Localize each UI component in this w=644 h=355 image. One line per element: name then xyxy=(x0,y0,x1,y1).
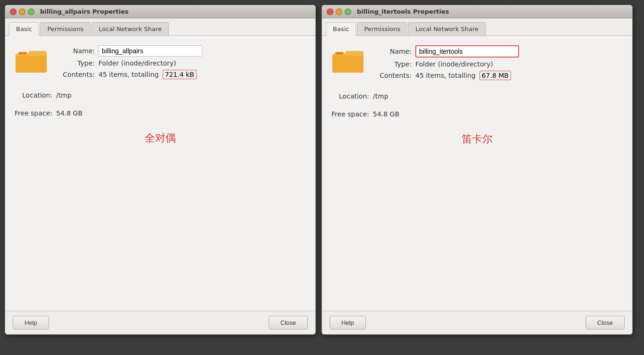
footer-1: Help Close xyxy=(5,311,315,334)
location-section-1: Location: /tmp Free space: 54.8 GB xyxy=(15,91,306,117)
tab-share-1[interactable]: Local Network Share xyxy=(91,22,169,35)
name-row-1: Name: xyxy=(57,45,306,57)
window-title-2: billing_itertools Properties xyxy=(357,8,449,15)
contents-prefix-2: 45 items, totalling xyxy=(415,72,476,79)
chinese-annotation-1: 全对偶 xyxy=(15,131,306,145)
svg-rect-4 xyxy=(332,56,363,73)
name-label-2: Name: xyxy=(374,48,412,55)
footer-2: Help Close xyxy=(322,311,632,334)
content-2: Name: Type: Folder (inode/directory) Con… xyxy=(322,36,632,311)
tabs-bar-2: Basic Permissions Local Network Share xyxy=(322,18,632,36)
svg-rect-5 xyxy=(335,52,344,55)
info-table-2: Name: Type: Folder (inode/directory) Con… xyxy=(374,45,623,83)
freespace-label-2: Free space: xyxy=(331,110,369,118)
type-value-1: Folder (inode/directory) xyxy=(99,59,176,67)
type-label-2: Type: xyxy=(374,60,412,68)
folder-icon-2 xyxy=(331,45,364,74)
window-buttons-2 xyxy=(327,8,351,15)
file-info-row-2: Name: Type: Folder (inode/directory) Con… xyxy=(331,45,623,83)
close-button-2[interactable]: Close xyxy=(586,316,625,330)
window-title-1: billing_allpairs Properties xyxy=(40,8,129,15)
name-row-2: Name: xyxy=(374,45,623,58)
titlebar-2: billing_itertools Properties xyxy=(322,5,632,18)
window-billing-itertools: billing_itertools Properties Basic Permi… xyxy=(322,5,633,335)
svg-rect-2 xyxy=(18,52,27,55)
close-button-1[interactable]: Close xyxy=(269,316,308,330)
location-value-2: /tmp xyxy=(373,92,388,100)
info-table-1: Name: Type: Folder (inode/directory) Con… xyxy=(57,45,306,82)
freespace-row-1: Free space: 54.8 GB xyxy=(15,109,306,117)
maximize-btn-2[interactable] xyxy=(345,8,351,15)
type-row-1: Type: Folder (inode/directory) xyxy=(57,59,306,67)
location-row-1: Location: /tmp xyxy=(15,91,306,99)
tab-permissions-1[interactable]: Permissions xyxy=(40,22,91,35)
name-label-1: Name: xyxy=(57,47,95,55)
name-input-1[interactable] xyxy=(99,45,202,57)
content-1: Name: Type: Folder (inode/directory) Con… xyxy=(5,36,315,311)
contents-size-2: 67.8 MB xyxy=(479,71,511,80)
contents-label-1: Contents: xyxy=(57,71,95,78)
folder-icon-1 xyxy=(15,45,48,74)
titlebar-1: billing_allpairs Properties xyxy=(5,5,315,18)
freespace-label-1: Free space: xyxy=(15,109,52,117)
type-value-2: Folder (inode/directory) xyxy=(415,60,493,68)
contents-size-1: 721.4 kB xyxy=(163,70,197,79)
help-button-1[interactable]: Help xyxy=(13,316,49,330)
tab-basic-1[interactable]: Basic xyxy=(9,22,39,36)
contents-label-2: Contents: xyxy=(374,72,412,79)
minimize-btn-1[interactable] xyxy=(19,8,25,15)
tab-share-2[interactable]: Local Network Share xyxy=(408,22,486,35)
help-button-2[interactable]: Help xyxy=(330,316,366,330)
file-info-row-1: Name: Type: Folder (inode/directory) Con… xyxy=(15,45,306,82)
name-input-2[interactable] xyxy=(415,45,519,58)
location-row-2: Location: /tmp xyxy=(331,92,623,100)
contents-row-2: Contents: 45 items, totalling 67.8 MB xyxy=(374,71,623,80)
minimize-btn-2[interactable] xyxy=(336,8,342,15)
close-btn-2[interactable] xyxy=(327,8,333,15)
freespace-value-1: 54.8 GB xyxy=(56,109,83,117)
location-label-1: Location: xyxy=(15,91,52,99)
close-btn-1[interactable] xyxy=(10,8,17,15)
type-label-1: Type: xyxy=(57,59,95,67)
type-row-2: Type: Folder (inode/directory) xyxy=(374,60,623,68)
window-billing-allpairs: billing_allpairs Properties Basic Permis… xyxy=(5,5,316,335)
contents-row-1: Contents: 45 items, totalling 721.4 kB xyxy=(57,70,306,79)
location-value-1: /tmp xyxy=(56,91,72,99)
maximize-btn-1[interactable] xyxy=(28,8,34,15)
chinese-annotation-2: 笛卡尔 xyxy=(331,132,623,146)
svg-rect-1 xyxy=(16,56,47,73)
contents-prefix-1: 45 items, totalling xyxy=(99,71,159,78)
location-section-2: Location: /tmp Free space: 54.8 GB xyxy=(331,92,623,118)
tab-permissions-2[interactable]: Permissions xyxy=(357,22,407,35)
window-buttons-1 xyxy=(10,8,34,15)
tabs-bar-1: Basic Permissions Local Network Share xyxy=(5,18,315,36)
tab-basic-2[interactable]: Basic xyxy=(326,22,356,36)
freespace-row-2: Free space: 54.8 GB xyxy=(331,110,623,118)
freespace-value-2: 54.8 GB xyxy=(373,110,399,118)
location-label-2: Location: xyxy=(331,92,369,100)
